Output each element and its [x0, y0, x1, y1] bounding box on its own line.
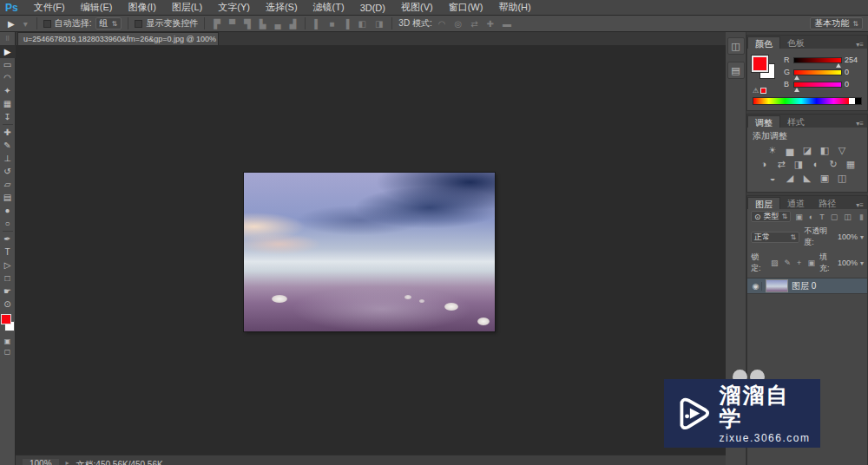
menu-item-layer[interactable]: 图层(L) [165, 1, 209, 14]
levels-icon[interactable]: ▅ [785, 145, 796, 156]
lock-position-icon[interactable]: + [795, 259, 803, 267]
align-right-icon[interactable]: ▜ [241, 19, 253, 29]
distribute-left-icon[interactable]: ▌ [312, 19, 323, 29]
tool-rectangular-marquee[interactable]: ▭ [0, 58, 16, 71]
gamut-color-swatch[interactable] [760, 88, 766, 94]
visibility-eye-icon[interactable]: ◉ [750, 282, 762, 291]
gamut-warning[interactable]: ⚠ [753, 87, 766, 95]
tool-crop[interactable]: ▦ [0, 97, 16, 110]
invert-icon[interactable]: ◒ [767, 173, 779, 184]
channel-mixer-icon[interactable]: ↻ [828, 159, 839, 170]
align-left-icon[interactable]: ▛ [211, 19, 223, 29]
opacity-value[interactable]: 100% [838, 232, 858, 241]
toolbar-grip[interactable]: ⠿ [0, 32, 16, 45]
foreground-color-swatch[interactable] [752, 56, 768, 72]
chevron-down-icon[interactable]: ▾ [860, 259, 864, 267]
spectrum-gradient[interactable] [753, 98, 849, 104]
tab-styles[interactable]: 样式 [780, 115, 812, 128]
menu-item-file[interactable]: 文件(F) [27, 1, 72, 14]
tool-preset-arrow-icon[interactable]: ▾ [21, 19, 30, 29]
slider-handle[interactable] [794, 88, 799, 92]
panel-menu-icon[interactable]: ▾≡ [852, 41, 867, 49]
filter-smart-objects-icon[interactable]: ◫ [842, 213, 853, 221]
green-value[interactable]: 0 [845, 68, 864, 76]
foreground-color-swatch[interactable] [1, 314, 11, 324]
tool-dodge[interactable]: ○ [0, 217, 16, 230]
gradient-map-icon[interactable]: ◫ [837, 173, 848, 184]
color-balance-icon[interactable]: ⇄ [776, 159, 787, 170]
menu-item-select[interactable]: 选择(S) [259, 1, 305, 14]
menu-item-3d[interactable]: 3D(D) [353, 3, 392, 13]
tool-pen[interactable]: ✒ [0, 232, 16, 246]
align-top-icon[interactable]: ▙ [257, 19, 269, 29]
tool-brush[interactable]: ✎ [0, 139, 16, 152]
distribute-right-icon[interactable]: ▐ [340, 19, 352, 29]
tab-swatches[interactable]: 色板 [780, 36, 812, 49]
tab-paths[interactable]: 路径 [812, 197, 843, 209]
tool-zoom[interactable]: ⊙ [0, 298, 16, 311]
black-white-icon[interactable]: ◨ [793, 159, 805, 170]
layer-name[interactable]: 图层 0 [792, 280, 816, 292]
filter-pixel-layers-icon[interactable]: ▣ [793, 213, 805, 221]
red-value[interactable]: 254 [845, 56, 864, 64]
tool-gradient[interactable]: ▤ [0, 191, 16, 204]
document-image[interactable] [244, 173, 495, 331]
3d-roll-icon[interactable]: ◎ [451, 19, 464, 29]
color-spectrum-ramp[interactable] [753, 97, 862, 105]
menu-item-filter[interactable]: 滤镜(T) [306, 1, 352, 14]
show-transform-checkbox[interactable] [135, 20, 142, 28]
lock-transparent-icon[interactable]: ▨ [769, 259, 780, 267]
workspace-dropdown[interactable]: 基本功能 ⇅ [810, 17, 863, 29]
status-arrow-icon[interactable]: ▸ [66, 459, 69, 465]
tool-type[interactable]: T [0, 246, 16, 259]
lock-all-icon[interactable]: ▣ [806, 259, 817, 267]
exposure-icon[interactable]: ◧ [819, 145, 831, 156]
tool-eyedropper[interactable]: ↧ [0, 110, 16, 123]
3d-drag-icon[interactable]: ⇄ [468, 19, 480, 29]
selective-color-icon[interactable]: ▣ [819, 173, 831, 184]
document-tab[interactable]: u=2546678019,1828033960&fm=26&gp=0.jpg @… [17, 32, 219, 45]
blend-mode-dropdown[interactable]: 正常 ⇅ [751, 232, 799, 243]
distribute-center-icon[interactable]: ■ [326, 19, 337, 29]
tool-history-brush[interactable]: ↺ [0, 165, 16, 178]
zoom-level-field[interactable]: 100% [23, 459, 59, 465]
tool-rectangle-shape[interactable]: □ [0, 272, 16, 285]
tool-path-selection[interactable]: ▷ [0, 259, 16, 272]
lock-pixels-icon[interactable]: ✎ [783, 259, 793, 267]
align-center-v-icon[interactable]: ▄ [272, 19, 283, 29]
vibrance-icon[interactable]: ▽ [837, 145, 848, 156]
menu-item-image[interactable]: 图像(I) [121, 1, 162, 14]
posterize-icon[interactable]: ◢ [785, 173, 796, 184]
tool-blur[interactable]: ● [0, 204, 16, 217]
spectrum-white-end[interactable] [849, 98, 855, 104]
red-slider[interactable] [793, 57, 842, 63]
filter-shape-layers-icon[interactable]: ▢ [829, 213, 840, 221]
3d-rotate-icon[interactable]: ◠ [436, 19, 449, 29]
hue-saturation-icon[interactable]: ◑ [759, 159, 770, 170]
tool-hand[interactable]: ☛ [0, 285, 16, 298]
photo-filter-icon[interactable]: ◐ [811, 159, 822, 170]
filter-adjustment-layers-icon[interactable]: ◐ [807, 213, 815, 221]
panel-menu-icon[interactable]: ▾≡ [852, 120, 867, 128]
tab-channels[interactable]: 通道 [780, 197, 812, 209]
tool-clone-stamp[interactable]: ⊥ [0, 152, 16, 165]
auto-select-checkbox[interactable] [43, 20, 51, 28]
blue-slider[interactable] [793, 82, 842, 88]
menu-item-view[interactable]: 视图(V) [394, 1, 440, 14]
align-bottom-icon[interactable]: ▟ [287, 19, 299, 29]
properties-panel-icon[interactable]: ▤ [727, 62, 745, 79]
distribute-bottom-icon[interactable]: ◨ [372, 19, 385, 29]
tool-move[interactable]: ▶ [0, 45, 16, 58]
tab-adjustments[interactable]: 调整 [747, 115, 780, 128]
curves-icon[interactable]: ◪ [802, 145, 813, 156]
fill-value[interactable]: 100% [838, 259, 858, 267]
tab-layers[interactable]: 图层 [747, 197, 780, 209]
tool-quick-selection[interactable]: ✦ [0, 84, 16, 97]
screen-mode-button[interactable]: ▢ [0, 347, 16, 357]
filter-type-layers-icon[interactable]: T [818, 213, 826, 221]
chevron-down-icon[interactable]: ▾ [860, 233, 864, 241]
panel-menu-icon[interactable]: ▾≡ [852, 201, 867, 209]
tool-lasso[interactable]: ◠ [0, 71, 16, 84]
3d-scale-icon[interactable]: ▬ [500, 19, 514, 29]
brightness-contrast-icon[interactable]: ☀ [767, 145, 779, 156]
